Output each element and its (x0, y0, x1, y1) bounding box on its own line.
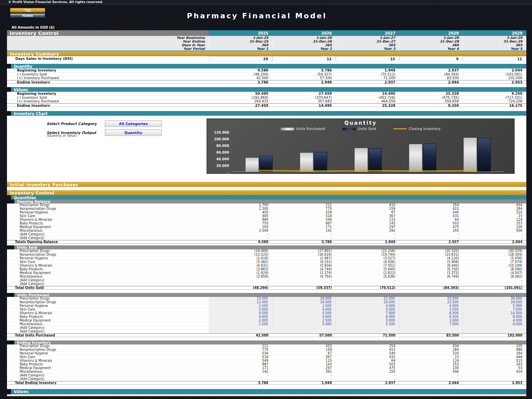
units-purchased-input-cell[interactable]: 3.000 (399, 319, 463, 322)
legend-closing-inventory: Closing Inventory (393, 127, 441, 131)
value-cell: - (463, 282, 526, 286)
units-purchased-input-cell[interactable]: 5.500 (336, 323, 399, 326)
value-cell: (101.091) (463, 286, 526, 289)
value-cell: 9.250 (399, 104, 463, 107)
row-label: Miscellaneous (7, 275, 209, 278)
row-label: Medical Equipment (7, 225, 209, 229)
value-cell: 410 (272, 344, 336, 348)
value-cell: 211 (272, 203, 336, 207)
units-purchased-input-cell[interactable]: 1.500 (209, 323, 272, 326)
row-label: Nonprescription Drugs (7, 301, 209, 304)
value-cell: Year 3 (336, 47, 399, 50)
value-cell: 124 (463, 218, 526, 221)
units-purchased-input-cell[interactable]: 4.000 (463, 319, 526, 322)
spacer (7, 176, 526, 182)
units-purchased-input-cell[interactable]: 8.000 (463, 323, 526, 326)
units-purchased-input-cell[interactable] (209, 326, 272, 330)
units-purchased-input-cell[interactable]: 13.000 (209, 297, 272, 300)
value-cell: 424 (463, 370, 526, 373)
row-label: Beginning Inventory (7, 92, 209, 95)
value-cell: - (209, 279, 272, 282)
units-purchased-input-cell[interactable]: 10.500 (463, 312, 526, 315)
legend-label: Units Sold (358, 127, 376, 131)
units-purchased-input-cell[interactable] (336, 330, 399, 333)
units-purchased-input-cell[interactable]: 6.000 (336, 315, 399, 319)
units-purchased-input-cell[interactable] (399, 326, 463, 330)
units-purchased-input-cell[interactable]: 2.500 (272, 304, 336, 308)
units-purchased-input-cell[interactable]: 21.000 (336, 297, 399, 300)
value-cell: 2.953 (463, 381, 526, 384)
value-cell: 9.580 (209, 68, 272, 72)
value-cell: 254 (399, 203, 463, 207)
units-purchased-input-cell[interactable]: 5.500 (399, 308, 463, 311)
units-purchased-input-cell[interactable]: 8.000 (463, 315, 526, 319)
units-purchased-input-cell[interactable]: 23.500 (399, 301, 463, 304)
y-tick-label: 20.000 (216, 164, 229, 168)
units-purchased-input-cell[interactable]: 7.000 (399, 323, 463, 326)
table-row: Prescription Drugs(14.489)(17.801)(21.15… (7, 249, 526, 253)
units-purchased-input-cell[interactable]: 6.500 (399, 315, 463, 319)
units-purchased-input-cell[interactable]: 5.500 (272, 312, 336, 315)
units-purchased-input-cell[interactable]: 5.000 (336, 308, 399, 311)
value-cell: (30.329) (463, 249, 526, 253)
units-purchased-input-cell[interactable]: 29.000 (463, 301, 526, 304)
chart-xaxis: 20242025202620272028 (232, 172, 504, 177)
value-cell: 171 (209, 366, 272, 370)
units-purchased-input-cell[interactable]: 7.000 (336, 312, 399, 315)
units-purchased-input-cell[interactable]: 4.000 (209, 315, 272, 319)
units-purchased-input-cell[interactable]: 5.000 (463, 304, 526, 308)
units-purchased-input-cell[interactable]: 16.000 (272, 301, 336, 304)
units-purchased-input-cell[interactable] (272, 326, 336, 330)
value-cell: 284 (399, 348, 463, 351)
value-cell: 365 (463, 43, 526, 47)
units-purchased-input-cell[interactable] (336, 326, 399, 330)
x-tick-label: 2025 (286, 172, 341, 177)
value-cell: (3.863) (209, 268, 272, 271)
units-purchased-input-cell[interactable]: 4.000 (399, 304, 463, 308)
units-purchased-input-cell[interactable]: 5.000 (272, 323, 336, 326)
units-purchased-input-cell[interactable]: 25.500 (399, 297, 463, 300)
units-purchased-input-cell[interactable]: 4.000 (272, 308, 336, 311)
units-purchased-input-cell[interactable]: 30.000 (463, 297, 526, 300)
units-purchased-input-cell[interactable]: 7.500 (463, 308, 526, 311)
units-purchased-input-cell[interactable]: 4.000 (272, 315, 336, 319)
units-purchased-input-cell[interactable]: 20.000 (336, 301, 399, 304)
units-purchased-input-cell[interactable]: 3.000 (336, 319, 399, 322)
table-row: Personal Hygiene2.5002.5004.0004.0005.00… (7, 304, 526, 308)
units-purchased-input-cell[interactable] (463, 326, 526, 330)
value-cell: 1.949 (336, 68, 399, 72)
chart-legend: Units Purchased Units Sold Closing Inven… (207, 127, 514, 131)
value-cell: 1.949 (272, 381, 336, 384)
category-select-button[interactable]: All Categories (105, 121, 162, 127)
copyright-bar: © Profit Vision Financial Services. All … (0, 0, 532, 4)
table-row: Vitamins & Minerals88054911564124 (7, 218, 526, 222)
units-purchased-input-cell[interactable]: 2.500 (272, 319, 336, 322)
value-cell: 503 (336, 363, 399, 366)
output-select-button[interactable]: Quantity (105, 130, 162, 136)
value-cell: - (336, 236, 399, 240)
units-purchased-input-cell[interactable]: 8.500 (399, 312, 463, 315)
value-cell: 506 (399, 370, 463, 373)
units-purchased-input-cell[interactable]: 12.000 (209, 301, 272, 304)
value-cell: 367 (336, 214, 399, 218)
units-purchased-input-cell[interactable]: 4.500 (209, 312, 272, 315)
units-purchased-input-cell[interactable]: 3.000 (209, 308, 272, 311)
units-purchased-input-cell[interactable] (399, 330, 463, 333)
units-purchased-input-cell[interactable]: 4.000 (336, 304, 399, 308)
section-header-inventory-chart: Inventory Chart (11, 111, 526, 116)
units-purchased-input-cell[interactable] (463, 330, 526, 333)
units-purchased-input-cell[interactable]: 2.000 (209, 319, 272, 322)
value-cell: - (463, 236, 526, 240)
table-row: Baby Products4.0004.0006.0006.5008.000 (7, 315, 526, 319)
units-purchased-input-cell[interactable]: 18.000 (272, 297, 336, 300)
table-row: Year Beginning1-Jan-251-Jan-261-Jan-271-… (7, 36, 526, 40)
x-tick-label: 2028 (450, 172, 504, 177)
table-row: (Add Category) (7, 326, 526, 330)
units-purchased-input-cell[interactable]: 2.500 (209, 304, 272, 308)
units-purchased-input-cell[interactable] (209, 330, 272, 333)
units-purchased-input-cell[interactable] (272, 330, 336, 333)
table-row: Baby Products750887143503253 (7, 222, 526, 225)
value-cell: 900 (209, 214, 272, 218)
value-cell: Year 2 (272, 47, 336, 50)
row-label: Baby Products (7, 268, 209, 271)
